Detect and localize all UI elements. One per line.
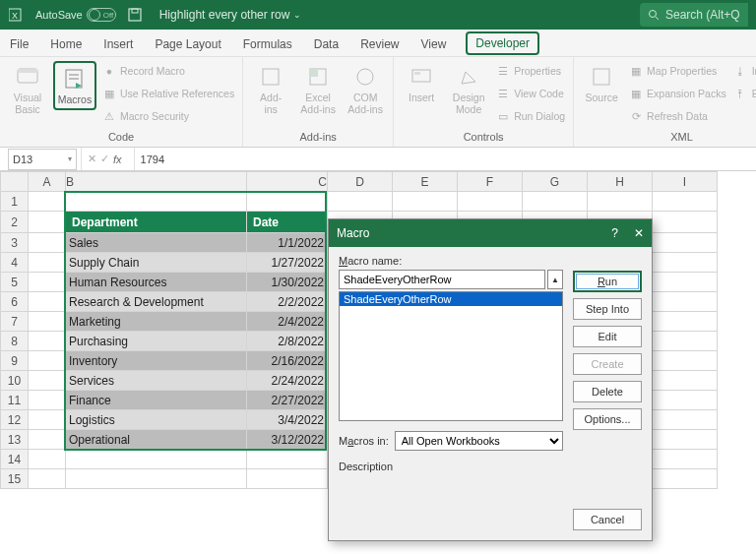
excel-addins-button[interactable]: Excel Add-ins bbox=[296, 61, 340, 117]
tab-file[interactable]: File bbox=[8, 31, 31, 55]
import-icon: ⭳ bbox=[734, 64, 748, 78]
svg-text:X: X bbox=[12, 11, 18, 21]
tab-data[interactable]: Data bbox=[312, 31, 341, 55]
macro-list-item[interactable]: ShadeEveryOtherRow bbox=[340, 292, 562, 306]
run-dialog-button[interactable]: ▭Run Dialog bbox=[496, 106, 565, 126]
cell-date[interactable]: 1/30/2022 bbox=[247, 273, 328, 292]
dropdown-icon: ▾ bbox=[68, 154, 72, 163]
cell-date[interactable]: 3/4/2022 bbox=[247, 410, 328, 430]
tab-developer[interactable]: Developer bbox=[466, 31, 539, 55]
cancel-formula-icon[interactable]: ✕ bbox=[88, 153, 96, 165]
cell-dept[interactable]: Services bbox=[66, 371, 247, 391]
autosave-toggle[interactable]: AutoSave Off bbox=[35, 8, 116, 22]
help-button[interactable]: ? bbox=[611, 226, 618, 240]
ribbon-tabs: File Home Insert Page Layout Formulas Da… bbox=[0, 30, 756, 57]
save-icon[interactable] bbox=[126, 6, 144, 24]
excel-icon: X bbox=[8, 6, 26, 24]
map-icon: ▦ bbox=[629, 64, 643, 78]
cell-dept[interactable]: Operational bbox=[66, 430, 247, 450]
tab-insert[interactable]: Insert bbox=[101, 31, 135, 55]
name-box[interactable]: D13 ▾ bbox=[8, 149, 77, 170]
record-macro-button[interactable]: ●Record Macro bbox=[102, 61, 234, 81]
properties-button[interactable]: ☰Properties bbox=[496, 61, 565, 81]
visual-basic-icon bbox=[14, 63, 41, 91]
cell-dept[interactable]: Human Resources bbox=[66, 273, 247, 292]
svg-rect-19 bbox=[594, 69, 609, 85]
svg-rect-12 bbox=[263, 69, 279, 85]
tab-formulas[interactable]: Formulas bbox=[241, 31, 294, 55]
cell-dept[interactable]: Purchasing bbox=[66, 332, 247, 351]
cell-date[interactable]: 2/27/2022 bbox=[247, 391, 328, 410]
step-into-button[interactable]: Step Into bbox=[573, 298, 642, 320]
dialog-icon: ▭ bbox=[496, 109, 510, 123]
tab-page-layout[interactable]: Page Layout bbox=[153, 31, 222, 55]
visual-basic-button[interactable]: Visual Basic bbox=[6, 61, 49, 117]
ribbon-group-code: Visual Basic Macros ●Record Macro ▦Use R… bbox=[0, 57, 243, 147]
cell-dept[interactable]: Inventory bbox=[66, 351, 247, 371]
run-button[interactable]: Run bbox=[573, 271, 642, 292]
cell-dept[interactable]: Finance bbox=[66, 391, 247, 410]
svg-line-5 bbox=[656, 17, 659, 20]
macros-icon bbox=[61, 65, 89, 92]
cell-date[interactable]: 2/2/2022 bbox=[247, 292, 328, 312]
document-title[interactable]: Highlight every other row ⌄ bbox=[159, 8, 302, 22]
record-icon: ● bbox=[102, 64, 116, 78]
expansion-icon: ▦ bbox=[629, 87, 643, 100]
cell-dept[interactable]: Supply Chain bbox=[66, 253, 247, 273]
cell-dept[interactable]: Research & Development bbox=[66, 292, 247, 312]
tab-home[interactable]: Home bbox=[48, 31, 84, 55]
com-addins-button[interactable]: COM Add-ins bbox=[344, 61, 387, 117]
create-button: Create bbox=[573, 353, 642, 375]
svg-rect-3 bbox=[132, 9, 138, 13]
svg-rect-14 bbox=[310, 69, 318, 77]
cell-dept[interactable]: Marketing bbox=[66, 312, 247, 332]
macro-security-button[interactable]: ⚠Macro Security bbox=[102, 106, 234, 126]
cell-dept[interactable]: Logistics bbox=[66, 410, 247, 430]
edit-button[interactable]: Edit bbox=[573, 326, 642, 347]
source-button[interactable]: Source bbox=[580, 61, 623, 106]
cell-date[interactable]: 2/16/2022 bbox=[247, 351, 328, 371]
macro-name-label: Macro name: bbox=[339, 255, 563, 267]
cell-date[interactable]: 2/24/2022 bbox=[247, 371, 328, 391]
import-button[interactable]: ⭳Import bbox=[734, 61, 756, 81]
tab-review[interactable]: Review bbox=[358, 31, 401, 55]
export-icon: ⭱ bbox=[734, 87, 748, 100]
macros-in-select[interactable]: All Open Workbooks bbox=[395, 431, 563, 451]
options-button[interactable]: Options... bbox=[573, 408, 642, 430]
dialog-title-bar[interactable]: Macro ? ✕ bbox=[329, 219, 652, 247]
cell-date[interactable]: 1/1/2022 bbox=[247, 233, 328, 253]
description-label: Description bbox=[339, 461, 563, 472]
close-button[interactable]: ✕ bbox=[634, 226, 644, 240]
macro-list[interactable]: ShadeEveryOtherRow bbox=[339, 291, 563, 421]
reference-button[interactable]: ▲ bbox=[547, 270, 563, 289]
fx-icon[interactable]: fx bbox=[113, 154, 122, 165]
cell-date[interactable]: 1/27/2022 bbox=[247, 253, 328, 273]
cell-date[interactable]: 2/8/2022 bbox=[247, 332, 328, 351]
refresh-data-button[interactable]: ⟳Refresh Data bbox=[629, 106, 726, 126]
macros-button[interactable]: Macros bbox=[53, 61, 96, 110]
cancel-button[interactable]: Cancel bbox=[573, 509, 642, 530]
formula-input[interactable]: 1794 bbox=[134, 148, 756, 170]
cell-dept[interactable]: Sales bbox=[66, 233, 247, 253]
export-button[interactable]: ⭱Export bbox=[734, 84, 756, 103]
macro-dialog: Macro ? ✕ Macro name: ▲ ShadeEveryOtherR… bbox=[328, 218, 653, 541]
insert-control-button[interactable]: Insert bbox=[400, 61, 443, 106]
com-addins-icon bbox=[351, 63, 379, 91]
autosave-label: AutoSave bbox=[35, 9, 83, 21]
ribbon: Visual Basic Macros ●Record Macro ▦Use R… bbox=[0, 57, 756, 148]
source-icon bbox=[588, 63, 615, 91]
map-properties-button[interactable]: ▦Map Properties bbox=[629, 61, 726, 81]
expansion-packs-button[interactable]: ▦Expansion Packs bbox=[629, 84, 726, 103]
macro-name-input[interactable] bbox=[339, 270, 545, 289]
addins-button[interactable]: Add- ins bbox=[249, 61, 292, 117]
view-code-button[interactable]: ☰View Code bbox=[496, 84, 565, 103]
search-box[interactable]: Search (Alt+Q bbox=[640, 3, 748, 27]
enter-formula-icon[interactable]: ✓ bbox=[100, 153, 109, 165]
design-mode-button[interactable]: Design Mode bbox=[447, 61, 490, 117]
tab-view[interactable]: View bbox=[419, 31, 449, 55]
cell-date[interactable]: 3/12/2022 bbox=[247, 430, 328, 450]
use-relative-references-button[interactable]: ▦Use Relative References bbox=[102, 84, 234, 103]
cell-date[interactable]: 2/4/2022 bbox=[247, 312, 328, 332]
toggle-off-icon: Off bbox=[87, 8, 116, 22]
delete-button[interactable]: Delete bbox=[573, 381, 642, 402]
